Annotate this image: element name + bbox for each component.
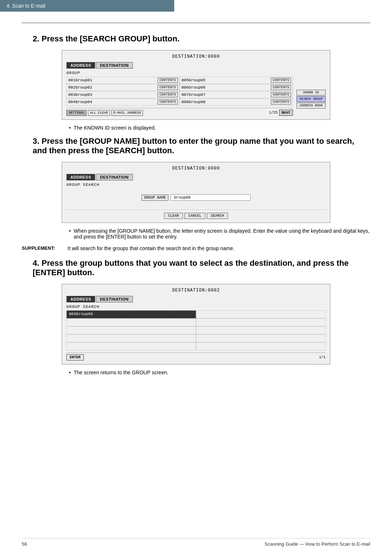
panel1-bottom-bar: SETTINGS ALL CLEAR E-MAIL ADDRESS 1/25 N… — [66, 108, 293, 116]
all-clear-btn[interactable]: ALL CLEAR — [88, 110, 110, 116]
panel2-tabs: ADDRESS DESTINATION — [66, 174, 326, 180]
tab-address[interactable]: ADDRESS — [66, 62, 95, 69]
group-row-1: 001Group01 CONTENTS — [66, 77, 180, 84]
group-name-1: 001Group01 — [68, 78, 158, 82]
results-col-left: 009Group09 — [66, 310, 196, 350]
group-col-left: 001Group01 CONTENTS 002Group02 CONTENTS … — [66, 77, 180, 106]
panel2-wrapper: DESTINATION:0000 ADDRESS DESTINATION GRO… — [22, 162, 334, 223]
email-address-btn[interactable]: E-MAIL ADDRESS — [111, 110, 143, 116]
panel2: DESTINATION:0000 ADDRESS DESTINATION GRO… — [62, 162, 330, 223]
contents-btn-4[interactable]: CONTENTS — [158, 99, 178, 105]
header-bar: 4. Scan to E-mail — [0, 0, 174, 12]
settings-btn[interactable]: SETTINGS — [66, 110, 86, 116]
content-area: 2. Press the [SEARCH GROUP] button. DEST… — [0, 34, 392, 403]
group-name-7: 007Group07 — [181, 93, 271, 97]
panel2-bottom-bar: CLEAR CANCEL SEARCH — [66, 209, 326, 219]
result-row-2[interactable] — [66, 318, 196, 326]
panel1-section: GROUP — [66, 71, 326, 75]
step3-heading: 3. Press the [GROUP NAME] button to ente… — [33, 137, 370, 155]
address-book-btn[interactable]: ADDRESS BOOK — [297, 103, 326, 109]
result-row-r4[interactable] — [196, 334, 326, 342]
group-name-6: 006Group06 — [181, 85, 271, 90]
tab2-address[interactable]: ADDRESS — [66, 174, 95, 180]
bullet-step4: The screen returns to the GROUP screen. — [69, 370, 370, 375]
contents-btn-7[interactable]: CONTENTS — [271, 92, 291, 97]
group-name-4: 004Group04 — [68, 100, 158, 104]
panel1-tabs: ADDRESS DESTINATION — [66, 62, 326, 69]
group-row-4: 004Group04 CONTENTS — [66, 98, 180, 106]
search-group-btn[interactable]: SEARCH GROUP — [297, 96, 326, 102]
group-row-5: 005Group05 CONTENTS — [180, 77, 293, 84]
tab3-destination[interactable]: DESTINATION — [96, 296, 132, 302]
bullet-step2: The KNOWN ID screen is displayed. — [69, 125, 370, 131]
bullet-step3: When pressing the [GROUP NAME] button, t… — [69, 228, 370, 240]
panel3: DESTINATION:0002 ADDRESS DESTINATION GRO… — [62, 284, 330, 364]
group-name-5: 005Group05 — [181, 78, 271, 82]
search-btn[interactable]: SEARCH — [207, 213, 228, 219]
contents-btn-2[interactable]: CONTENTS — [158, 85, 178, 90]
step2-heading: 2. Press the [SEARCH GROUP] button. — [33, 34, 370, 44]
panel1-title: DESTINATION:0000 — [66, 54, 326, 59]
contents-btn-6[interactable]: CONTENTS — [271, 85, 291, 90]
panel3-title: DESTINATION:0002 — [66, 288, 326, 293]
panel1: DESTINATION:0000 ADDRESS DESTINATION GRO… — [62, 50, 330, 120]
enter-btn[interactable]: ENTER — [66, 354, 84, 360]
top-rule — [22, 23, 370, 23]
right-sidebar: KNOWN ID SEARCH GROUP ADDRESS BOOK — [297, 90, 326, 109]
panel3-bottom-bar: ENTER 1/1 — [66, 353, 326, 360]
panel1-wrapper: DESTINATION:0000 ADDRESS DESTINATION GRO… — [22, 50, 334, 120]
tab2-destination[interactable]: DESTINATION — [96, 174, 132, 180]
next-btn-1[interactable]: Next — [279, 110, 293, 116]
group-col-right: 005Group05 CONTENTS 006Group06 CONTENTS … — [180, 77, 293, 106]
group-name-input[interactable]: Group09 — [171, 194, 250, 201]
result-row-1[interactable]: 009Group09 — [66, 310, 196, 318]
result-row-3[interactable] — [66, 326, 196, 334]
panel2-section: GROUP SEARCH — [66, 183, 326, 187]
group-row-6: 006Group06 CONTENTS — [180, 84, 293, 91]
panel3-wrapper: DESTINATION:0002 ADDRESS DESTINATION GRO… — [22, 284, 334, 364]
group-row-8: 008Group08 CONTENTS — [180, 98, 293, 106]
supplement-row: SUPPLEMENT: It will search for the group… — [22, 245, 370, 251]
panel2-title: DESTINATION:0000 — [66, 166, 326, 171]
contents-btn-3[interactable]: CONTENTS — [158, 92, 178, 97]
contents-btn-5[interactable]: CONTENTS — [271, 78, 291, 83]
contents-btn-8[interactable]: CONTENTS — [271, 99, 291, 105]
results-col-right — [196, 310, 326, 350]
group-name-3: 003Group03 — [68, 93, 158, 97]
tab3-address[interactable]: ADDRESS — [66, 296, 95, 302]
panel1-body: 001Group01 CONTENTS 002Group02 CONTENTS … — [66, 77, 326, 116]
supplement-label: SUPPLEMENT: — [22, 245, 62, 251]
step4-heading: 4. Press the group buttons that you want… — [33, 258, 370, 277]
supplement-text: It will search for the groups that conta… — [68, 245, 234, 251]
group-row-3: 003Group03 CONTENTS — [66, 91, 180, 98]
tab-destination[interactable]: DESTINATION — [96, 62, 132, 69]
cancel-btn[interactable]: CANCEL — [184, 213, 205, 219]
contents-btn-1[interactable]: CONTENTS — [158, 78, 178, 83]
result-row-r2[interactable] — [196, 318, 326, 326]
result-row-r5[interactable] — [196, 342, 326, 350]
panel3-section: GROUP SEARCH — [66, 305, 326, 309]
result-row-5[interactable] — [66, 342, 196, 350]
group-row-7: 007Group07 CONTENTS — [180, 91, 293, 98]
group-name-8: 008Group08 — [181, 100, 271, 104]
page-num-1: 1/25 — [269, 111, 278, 115]
group-name-field-btn[interactable]: GROUP NAME — [142, 195, 168, 201]
group-name-row: GROUP NAME Group09 — [142, 194, 250, 201]
result-row-r3[interactable] — [196, 326, 326, 334]
result-row-r1[interactable] — [196, 310, 326, 318]
group-row-2: 002Group02 CONTENTS — [66, 84, 180, 91]
page-footer: 56 Scanning Guide — How to Perform Scan … — [22, 538, 370, 547]
panel3-tabs: ADDRESS DESTINATION — [66, 296, 326, 302]
footer-page-num: 56 — [22, 541, 27, 547]
clear-btn[interactable]: CLEAR — [164, 213, 183, 219]
panel1-groups: 001Group01 CONTENTS 002Group02 CONTENTS … — [66, 77, 326, 116]
known-id-btn[interactable]: KNOWN ID — [297, 90, 326, 95]
result-row-4[interactable] — [66, 334, 196, 342]
footer-description: Scanning Guide — How to Perform Scan to … — [265, 541, 370, 547]
group-grid: 001Group01 CONTENTS 002Group02 CONTENTS … — [66, 77, 293, 106]
group-name-2: 002Group02 — [68, 85, 158, 90]
page-num-3: 1/1 — [319, 355, 326, 359]
results-grid: 009Group09 — [66, 310, 326, 350]
header-label: 4. Scan to E-mail — [7, 3, 45, 9]
